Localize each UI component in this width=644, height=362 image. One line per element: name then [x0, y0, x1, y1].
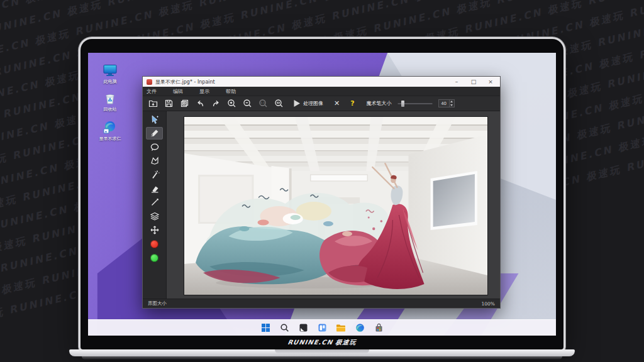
- task-view-icon: [299, 323, 308, 332]
- statusbar: 原图大小 100%: [143, 299, 500, 308]
- desktop-icon-label: 此电脑: [104, 79, 117, 85]
- zoom-out-icon: [243, 99, 252, 108]
- microsoft-store-icon: [374, 323, 384, 332]
- laptop-frame: 此电脑 回收站 显果不求仁: [80, 39, 564, 349]
- maximize-button[interactable]: □: [467, 77, 480, 86]
- undo-icon: [196, 99, 205, 108]
- inpaint-app-icon: [147, 79, 152, 85]
- redo-button[interactable]: [211, 99, 221, 109]
- taskbar-edge-button[interactable]: [355, 322, 365, 333]
- laptop-brand-logo: RUNINE.CN 极速玩: [79, 337, 564, 348]
- desktop-icon-this-pc[interactable]: 此电脑: [94, 64, 126, 85]
- desktop-icon-recycle-bin[interactable]: 回收站: [94, 92, 126, 112]
- taskbar-start-button[interactable]: [260, 322, 271, 333]
- svg-text:1:1: 1:1: [260, 101, 264, 104]
- taskbar-store-button[interactable]: [374, 322, 384, 333]
- zoom-fit-icon: [274, 99, 284, 108]
- laptop-base-shadow: [82, 356, 562, 359]
- zoom-in-button[interactable]: [226, 99, 236, 109]
- ellipse-lasso-icon: [150, 142, 160, 152]
- marker-icon: [150, 128, 160, 138]
- taskbar: [88, 319, 556, 336]
- edge-browser-icon: [355, 323, 365, 332]
- zoom-actual-icon: 1:1: [258, 99, 268, 108]
- window-titlebar[interactable]: 显果不求仁.jpg* - Inpaint – □ ×: [143, 77, 500, 87]
- polygon-lasso-icon: [150, 156, 160, 166]
- tool-move[interactable]: [146, 224, 163, 236]
- zoom-fit-button[interactable]: [274, 99, 284, 109]
- zoom-out-button[interactable]: [242, 99, 252, 109]
- save-icon: [164, 99, 174, 108]
- redo-icon: [211, 99, 221, 108]
- magic-brush-size-label: 魔术笔大小: [367, 100, 392, 107]
- brush-size-spinbox[interactable]: 40: [438, 99, 455, 107]
- process-image-label: 处理图像: [303, 100, 323, 107]
- save-button[interactable]: [164, 99, 174, 109]
- zoom-in-icon: [227, 99, 236, 108]
- inpaint-window: 显果不求仁.jpg* - Inpaint – □ × 文件 编辑 显示 帮助: [142, 76, 501, 309]
- menubar: 文件 编辑 显示 帮助: [143, 87, 500, 96]
- green-marker-icon: [150, 254, 158, 262]
- copy-button[interactable]: [179, 99, 189, 109]
- desktop-icon-label: 回收站: [104, 106, 117, 112]
- tool-green-marker[interactable]: [146, 251, 163, 264]
- widgets-icon: [318, 323, 327, 332]
- taskbar-widgets-button[interactable]: [317, 322, 328, 333]
- undo-button[interactable]: [195, 99, 205, 109]
- zoom-actual-button[interactable]: 1:1: [258, 99, 268, 109]
- tool-ellipse-lasso[interactable]: [146, 141, 163, 153]
- tool-magic-wand[interactable]: [146, 168, 163, 181]
- menu-file[interactable]: 文件: [147, 88, 157, 95]
- tool-magic-select[interactable]: [146, 113, 163, 126]
- windows-start-icon: [261, 323, 270, 332]
- play-icon: [293, 99, 301, 107]
- open-folder-icon: [148, 99, 158, 108]
- spin-down-button[interactable]: [450, 104, 454, 107]
- tool-polygon-lasso[interactable]: [146, 155, 163, 167]
- tool-line[interactable]: [146, 196, 163, 209]
- open-button[interactable]: [148, 99, 158, 109]
- desktop-icon-image-file[interactable]: 显果不求仁: [94, 121, 126, 142]
- slider-knob[interactable]: [401, 101, 404, 107]
- layers-icon: [150, 211, 160, 221]
- copy-icon: [180, 99, 189, 108]
- magic-wand-icon: [150, 170, 160, 180]
- brush-size-value[interactable]: 40: [439, 100, 449, 107]
- image-file-icon: [103, 121, 118, 134]
- taskbar-file-explorer-button[interactable]: [336, 322, 347, 333]
- search-icon: [280, 323, 289, 332]
- taskbar-search-button[interactable]: [279, 322, 290, 333]
- brush-size-slider[interactable]: [397, 101, 433, 107]
- help-button[interactable]: ?: [350, 99, 354, 107]
- tool-marker[interactable]: [146, 127, 163, 140]
- desktop-icon-label: 显果不求仁: [99, 136, 121, 142]
- status-zoom-level: 100%: [482, 301, 495, 307]
- eraser-icon: [150, 184, 160, 194]
- file-explorer-icon: [336, 324, 346, 332]
- move-icon: [150, 225, 160, 235]
- status-zoom-mode: 原图大小: [148, 300, 167, 307]
- red-marker-icon: [150, 240, 158, 248]
- menu-help[interactable]: 帮助: [226, 88, 236, 95]
- tool-layers[interactable]: [146, 210, 163, 222]
- artwork-image: [184, 117, 487, 295]
- laptop-screen: 此电脑 回收站 显果不求仁: [88, 53, 556, 336]
- photo-gallery-artwork[interactable]: [184, 117, 487, 295]
- tool-palette: [143, 111, 167, 299]
- tool-red-marker[interactable]: [146, 238, 163, 250]
- recycle-bin-icon: [103, 92, 118, 105]
- process-image-button[interactable]: 处理图像: [293, 99, 323, 107]
- this-pc-icon: [103, 64, 118, 77]
- taskbar-task-view-button[interactable]: [298, 322, 309, 333]
- magic-select-icon: [150, 114, 160, 124]
- image-canvas[interactable]: [167, 111, 500, 299]
- menu-edit[interactable]: 编辑: [173, 88, 183, 95]
- menu-view[interactable]: 显示: [199, 88, 209, 95]
- deselect-button[interactable]: ✕: [334, 99, 340, 107]
- laptop-base: [69, 349, 575, 356]
- toolbar: 1:1 处理图像 ✕ ?: [143, 96, 500, 111]
- close-button[interactable]: ×: [484, 77, 497, 86]
- spin-arrows: [449, 100, 454, 107]
- tool-eraser[interactable]: [146, 182, 163, 195]
- minimize-button[interactable]: –: [450, 77, 464, 86]
